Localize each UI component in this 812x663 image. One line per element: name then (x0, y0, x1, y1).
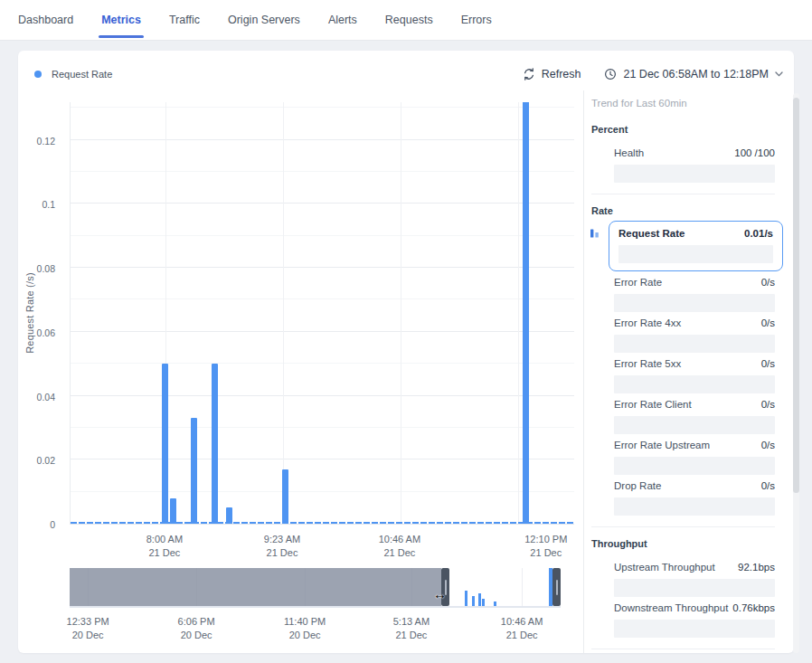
resize-cursor-icon: ↔ (433, 586, 447, 601)
metric-line: Upstream Throughput92.1bps (614, 562, 775, 573)
gridline (71, 203, 574, 204)
metric-downstream-throughput[interactable]: Downstream Throughput0.76kbps (614, 602, 775, 638)
metric-groups: PercentHealth100 /100RateRequest Rate0.0… (591, 124, 775, 653)
sparkline (614, 294, 775, 312)
brush-bar (465, 591, 467, 606)
scrollbar-thumb[interactable] (793, 98, 799, 493)
chart-bar[interactable] (170, 498, 176, 524)
zero-baseline (71, 522, 574, 525)
metric-error-rate-5xx[interactable]: Error Rate 5xx0/s (614, 358, 775, 393)
gridline (71, 427, 574, 428)
metric-label: Downstream Throughput (614, 602, 728, 614)
x-tick-label: 9:23 AM21 Dec (264, 533, 300, 560)
y-tick-label: 0.02 (37, 455, 55, 466)
chart-bar[interactable] (282, 469, 288, 524)
tab-requests[interactable]: Requests (383, 0, 435, 40)
metric-drop-rate[interactable]: Drop Rate0/s (614, 480, 775, 516)
x-tick-label: 12:10 PM21 Dec (524, 533, 567, 560)
x-tick-label: 10:46 AM21 Dec (379, 533, 420, 560)
metric-error-rate-client[interactable]: Error Rate Client0/s (614, 399, 775, 434)
top-nav: Dashboard Metrics Traffic Origin Servers… (0, 0, 812, 41)
trend-label: Trend for Last 60min (591, 98, 775, 109)
metric-error-rate-upstream[interactable]: Error Rate Upstream0/s (614, 440, 775, 475)
date-range-label: 21 Dec 06:58AM to 12:18PM (623, 68, 769, 81)
y-tick-label: 0.04 (37, 392, 55, 403)
chart-bar[interactable] (191, 418, 197, 524)
request-rate-chart (70, 102, 574, 525)
metric-line: Downstream Throughput0.76kbps (614, 602, 775, 614)
brush-tick-label: 12:33 PM20 Dec (67, 615, 109, 642)
metric-label: Request Rate (618, 228, 685, 240)
clock-icon (604, 68, 617, 81)
tab-origin-servers[interactable]: Origin Servers (226, 0, 302, 40)
metric-value: 100 /100 (734, 147, 775, 159)
tab-errors[interactable]: Errors (459, 0, 494, 40)
brush-unselected-overlay[interactable] (70, 568, 441, 606)
metric-upstream-throughput[interactable]: Upstream Throughput92.1bps (614, 562, 775, 597)
gridline (401, 102, 401, 524)
date-range-button[interactable]: 21 Dec 06:58AM to 12:18PM (604, 68, 783, 81)
sparkline (614, 335, 775, 353)
metric-group-throughput: ThroughputUpstream Throughput92.1bpsDown… (591, 526, 775, 649)
brush-bar (494, 601, 496, 606)
tab-metrics[interactable]: Metrics (99, 0, 143, 40)
metric-value: 0/s (761, 358, 775, 370)
tab-dashboard[interactable]: Dashboard (16, 0, 75, 40)
metric-line: Drop Rate0/s (614, 480, 775, 492)
brush-tick-label: 6:06 PM20 Dec (178, 615, 215, 642)
gridline (71, 139, 574, 140)
chart-controls: Refresh 21 Dec 06:58AM to 12:18PM (523, 68, 783, 81)
metric-line: Health100 /100 (614, 147, 775, 159)
refresh-label: Refresh (542, 68, 581, 81)
metric-label: Error Rate (614, 277, 662, 289)
metric-group-latency: Latency (591, 649, 775, 653)
sparkline (618, 245, 773, 263)
tab-alerts[interactable]: Alerts (326, 0, 359, 40)
metric-health[interactable]: Health100 /100 (614, 147, 775, 183)
x-axis-ticks: 8:00 AM21 Dec9:23 AM21 Dec10:46 AM21 Dec… (70, 533, 574, 562)
metric-group-percent: PercentHealth100 /100 (591, 124, 775, 194)
metric-value: 0/s (761, 317, 775, 329)
y-tick-label: 0.06 (37, 327, 55, 338)
metric-request-rate[interactable]: Request Rate0.01/s (609, 221, 783, 271)
metric-line: Error Rate Client0/s (614, 399, 775, 411)
metric-value: 0/s (761, 277, 775, 289)
chart-bar[interactable] (212, 364, 218, 524)
gridline (71, 491, 574, 492)
metrics-sidebar: Trend for Last 60min PercentHealth100 /1… (583, 90, 794, 653)
sparkline (614, 375, 775, 393)
panel-header: Request Rate Refresh (34, 62, 783, 87)
metric-error-rate-4xx[interactable]: Error Rate 4xx0/s (614, 317, 775, 353)
metric-label: Health (614, 147, 644, 159)
gridline (522, 568, 523, 606)
sparkline (614, 416, 775, 434)
metrics-panel: Request Rate Refresh (18, 51, 794, 653)
brush-handle-right[interactable] (552, 568, 561, 606)
metric-error-rate[interactable]: Error Rate0/s (614, 277, 775, 312)
refresh-button[interactable]: Refresh (523, 68, 581, 81)
chart-bar[interactable] (523, 102, 529, 524)
legend-label: Request Rate (52, 69, 112, 80)
bar-chart-icon (590, 225, 600, 236)
gridline (71, 331, 574, 332)
y-tick-label: 0 (50, 519, 55, 530)
gridline (283, 102, 284, 524)
selected-metric-card[interactable]: Request Rate0.01/s (609, 221, 783, 271)
gridline (71, 298, 574, 299)
chart-legend[interactable]: Request Rate (34, 69, 112, 80)
metric-label: Error Rate 4xx (614, 317, 681, 329)
chart-bar[interactable] (162, 364, 168, 524)
metric-value: 0/s (761, 480, 775, 492)
brush-tick-label: 10:46 AM21 Dec (501, 615, 543, 642)
tab-traffic[interactable]: Traffic (167, 0, 202, 40)
time-brush[interactable]: ↔ (70, 568, 561, 608)
gridline (71, 267, 574, 268)
refresh-icon (523, 68, 535, 81)
sparkline (614, 457, 775, 475)
gridline (71, 107, 574, 108)
brush-tick-label: 11:40 PM20 Dec (284, 615, 326, 642)
gridline (71, 235, 574, 236)
metric-group-rate: RateRequest Rate0.01/sError Rate0/sError… (591, 194, 775, 526)
metric-label: Error Rate Upstream (614, 440, 710, 451)
chart-bar[interactable] (226, 507, 232, 524)
